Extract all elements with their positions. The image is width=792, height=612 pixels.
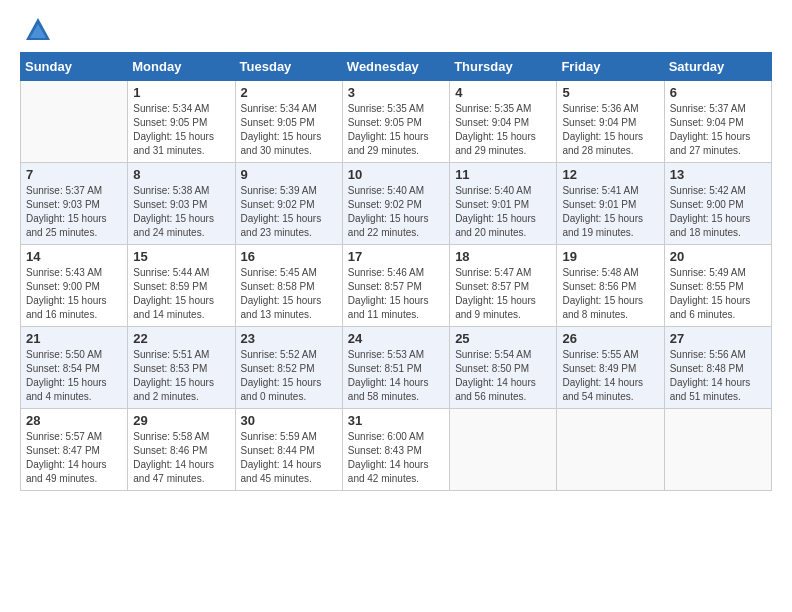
day-number: 14	[26, 249, 122, 264]
calendar: SundayMondayTuesdayWednesdayThursdayFrid…	[20, 52, 772, 491]
calendar-cell: 24Sunrise: 5:53 AM Sunset: 8:51 PM Dayli…	[342, 327, 449, 409]
calendar-cell: 11Sunrise: 5:40 AM Sunset: 9:01 PM Dayli…	[450, 163, 557, 245]
day-number: 21	[26, 331, 122, 346]
calendar-week-row: 28Sunrise: 5:57 AM Sunset: 8:47 PM Dayli…	[21, 409, 772, 491]
day-number: 5	[562, 85, 658, 100]
day-number: 30	[241, 413, 337, 428]
calendar-cell: 19Sunrise: 5:48 AM Sunset: 8:56 PM Dayli…	[557, 245, 664, 327]
day-number: 8	[133, 167, 229, 182]
day-info: Sunrise: 5:56 AM Sunset: 8:48 PM Dayligh…	[670, 348, 766, 404]
day-info: Sunrise: 5:43 AM Sunset: 9:00 PM Dayligh…	[26, 266, 122, 322]
day-number: 13	[670, 167, 766, 182]
calendar-cell	[664, 409, 771, 491]
day-info: Sunrise: 5:54 AM Sunset: 8:50 PM Dayligh…	[455, 348, 551, 404]
calendar-cell: 28Sunrise: 5:57 AM Sunset: 8:47 PM Dayli…	[21, 409, 128, 491]
day-number: 23	[241, 331, 337, 346]
day-number: 6	[670, 85, 766, 100]
day-info: Sunrise: 5:34 AM Sunset: 9:05 PM Dayligh…	[241, 102, 337, 158]
calendar-cell: 29Sunrise: 5:58 AM Sunset: 8:46 PM Dayli…	[128, 409, 235, 491]
day-number: 17	[348, 249, 444, 264]
day-info: Sunrise: 5:40 AM Sunset: 9:01 PM Dayligh…	[455, 184, 551, 240]
day-number: 18	[455, 249, 551, 264]
calendar-week-row: 7Sunrise: 5:37 AM Sunset: 9:03 PM Daylig…	[21, 163, 772, 245]
calendar-cell	[557, 409, 664, 491]
day-number: 22	[133, 331, 229, 346]
calendar-cell: 22Sunrise: 5:51 AM Sunset: 8:53 PM Dayli…	[128, 327, 235, 409]
calendar-cell: 1Sunrise: 5:34 AM Sunset: 9:05 PM Daylig…	[128, 81, 235, 163]
calendar-cell: 8Sunrise: 5:38 AM Sunset: 9:03 PM Daylig…	[128, 163, 235, 245]
calendar-cell: 27Sunrise: 5:56 AM Sunset: 8:48 PM Dayli…	[664, 327, 771, 409]
page: SundayMondayTuesdayWednesdayThursdayFrid…	[0, 0, 792, 612]
day-number: 3	[348, 85, 444, 100]
calendar-cell	[21, 81, 128, 163]
logo-icon	[24, 16, 52, 44]
day-number: 28	[26, 413, 122, 428]
day-number: 11	[455, 167, 551, 182]
day-number: 16	[241, 249, 337, 264]
calendar-cell: 4Sunrise: 5:35 AM Sunset: 9:04 PM Daylig…	[450, 81, 557, 163]
day-info: Sunrise: 5:38 AM Sunset: 9:03 PM Dayligh…	[133, 184, 229, 240]
day-info: Sunrise: 5:45 AM Sunset: 8:58 PM Dayligh…	[241, 266, 337, 322]
day-header: Thursday	[450, 53, 557, 81]
day-number: 24	[348, 331, 444, 346]
calendar-cell: 6Sunrise: 5:37 AM Sunset: 9:04 PM Daylig…	[664, 81, 771, 163]
calendar-week-row: 1Sunrise: 5:34 AM Sunset: 9:05 PM Daylig…	[21, 81, 772, 163]
calendar-cell: 31Sunrise: 6:00 AM Sunset: 8:43 PM Dayli…	[342, 409, 449, 491]
calendar-cell: 5Sunrise: 5:36 AM Sunset: 9:04 PM Daylig…	[557, 81, 664, 163]
day-header: Wednesday	[342, 53, 449, 81]
day-info: Sunrise: 5:37 AM Sunset: 9:03 PM Dayligh…	[26, 184, 122, 240]
calendar-cell: 17Sunrise: 5:46 AM Sunset: 8:57 PM Dayli…	[342, 245, 449, 327]
day-info: Sunrise: 5:41 AM Sunset: 9:01 PM Dayligh…	[562, 184, 658, 240]
calendar-cell: 10Sunrise: 5:40 AM Sunset: 9:02 PM Dayli…	[342, 163, 449, 245]
day-info: Sunrise: 5:59 AM Sunset: 8:44 PM Dayligh…	[241, 430, 337, 486]
day-number: 27	[670, 331, 766, 346]
day-number: 31	[348, 413, 444, 428]
day-number: 20	[670, 249, 766, 264]
day-info: Sunrise: 5:53 AM Sunset: 8:51 PM Dayligh…	[348, 348, 444, 404]
calendar-cell: 26Sunrise: 5:55 AM Sunset: 8:49 PM Dayli…	[557, 327, 664, 409]
day-info: Sunrise: 5:57 AM Sunset: 8:47 PM Dayligh…	[26, 430, 122, 486]
day-info: Sunrise: 5:44 AM Sunset: 8:59 PM Dayligh…	[133, 266, 229, 322]
calendar-cell: 14Sunrise: 5:43 AM Sunset: 9:00 PM Dayli…	[21, 245, 128, 327]
logo	[20, 16, 52, 44]
day-number: 19	[562, 249, 658, 264]
day-info: Sunrise: 5:50 AM Sunset: 8:54 PM Dayligh…	[26, 348, 122, 404]
day-info: Sunrise: 5:55 AM Sunset: 8:49 PM Dayligh…	[562, 348, 658, 404]
day-info: Sunrise: 5:47 AM Sunset: 8:57 PM Dayligh…	[455, 266, 551, 322]
day-info: Sunrise: 5:48 AM Sunset: 8:56 PM Dayligh…	[562, 266, 658, 322]
day-header: Sunday	[21, 53, 128, 81]
day-header: Tuesday	[235, 53, 342, 81]
calendar-cell: 9Sunrise: 5:39 AM Sunset: 9:02 PM Daylig…	[235, 163, 342, 245]
day-info: Sunrise: 5:49 AM Sunset: 8:55 PM Dayligh…	[670, 266, 766, 322]
calendar-cell: 16Sunrise: 5:45 AM Sunset: 8:58 PM Dayli…	[235, 245, 342, 327]
day-info: Sunrise: 5:46 AM Sunset: 8:57 PM Dayligh…	[348, 266, 444, 322]
day-number: 7	[26, 167, 122, 182]
day-number: 25	[455, 331, 551, 346]
calendar-cell: 23Sunrise: 5:52 AM Sunset: 8:52 PM Dayli…	[235, 327, 342, 409]
calendar-cell: 15Sunrise: 5:44 AM Sunset: 8:59 PM Dayli…	[128, 245, 235, 327]
day-info: Sunrise: 5:39 AM Sunset: 9:02 PM Dayligh…	[241, 184, 337, 240]
day-info: Sunrise: 5:40 AM Sunset: 9:02 PM Dayligh…	[348, 184, 444, 240]
day-info: Sunrise: 5:51 AM Sunset: 8:53 PM Dayligh…	[133, 348, 229, 404]
day-info: Sunrise: 5:52 AM Sunset: 8:52 PM Dayligh…	[241, 348, 337, 404]
calendar-week-row: 14Sunrise: 5:43 AM Sunset: 9:00 PM Dayli…	[21, 245, 772, 327]
calendar-cell: 20Sunrise: 5:49 AM Sunset: 8:55 PM Dayli…	[664, 245, 771, 327]
day-number: 15	[133, 249, 229, 264]
day-info: Sunrise: 5:58 AM Sunset: 8:46 PM Dayligh…	[133, 430, 229, 486]
calendar-week-row: 21Sunrise: 5:50 AM Sunset: 8:54 PM Dayli…	[21, 327, 772, 409]
day-number: 9	[241, 167, 337, 182]
calendar-cell: 25Sunrise: 5:54 AM Sunset: 8:50 PM Dayli…	[450, 327, 557, 409]
header	[20, 16, 772, 44]
day-info: Sunrise: 5:37 AM Sunset: 9:04 PM Dayligh…	[670, 102, 766, 158]
day-info: Sunrise: 5:35 AM Sunset: 9:04 PM Dayligh…	[455, 102, 551, 158]
day-number: 10	[348, 167, 444, 182]
day-number: 1	[133, 85, 229, 100]
day-header: Friday	[557, 53, 664, 81]
calendar-header-row: SundayMondayTuesdayWednesdayThursdayFrid…	[21, 53, 772, 81]
day-info: Sunrise: 5:34 AM Sunset: 9:05 PM Dayligh…	[133, 102, 229, 158]
day-info: Sunrise: 6:00 AM Sunset: 8:43 PM Dayligh…	[348, 430, 444, 486]
calendar-cell: 3Sunrise: 5:35 AM Sunset: 9:05 PM Daylig…	[342, 81, 449, 163]
calendar-cell: 7Sunrise: 5:37 AM Sunset: 9:03 PM Daylig…	[21, 163, 128, 245]
day-header: Saturday	[664, 53, 771, 81]
day-number: 29	[133, 413, 229, 428]
